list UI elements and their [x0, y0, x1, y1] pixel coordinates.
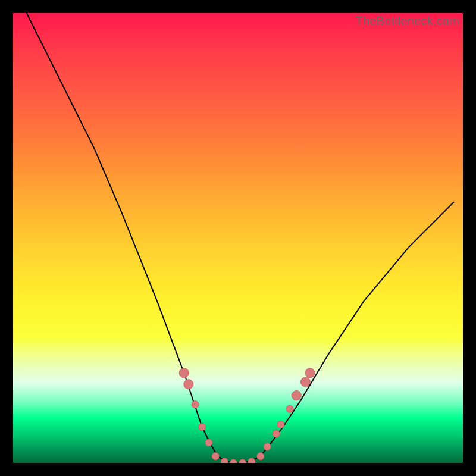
curve-marker	[286, 405, 293, 412]
curve-marker	[292, 391, 301, 400]
chart-plot-area: TheBottleneck.com	[13, 13, 463, 463]
curve-marker	[212, 453, 219, 460]
curve-marker	[264, 443, 271, 450]
curve-marker	[300, 377, 310, 387]
chart-svg	[13, 13, 463, 463]
curve-marker	[205, 439, 212, 446]
curve-marker	[273, 430, 280, 437]
curve-marker	[230, 459, 237, 463]
curve-marker	[199, 424, 206, 431]
curve-marker	[257, 453, 264, 460]
watermark-text: TheBottleneck.com	[355, 14, 459, 28]
curve-marker	[192, 401, 199, 408]
curve-markers	[179, 368, 315, 463]
curve-marker	[239, 459, 246, 463]
chart-frame: TheBottleneck.com	[0, 0, 476, 476]
curve-marker	[277, 421, 284, 428]
curve-marker	[248, 458, 255, 463]
curve-marker	[179, 368, 189, 378]
curve-marker	[221, 458, 228, 463]
bottleneck-curve-line	[27, 13, 454, 463]
curve-marker	[184, 380, 193, 389]
curve-marker	[305, 368, 315, 378]
